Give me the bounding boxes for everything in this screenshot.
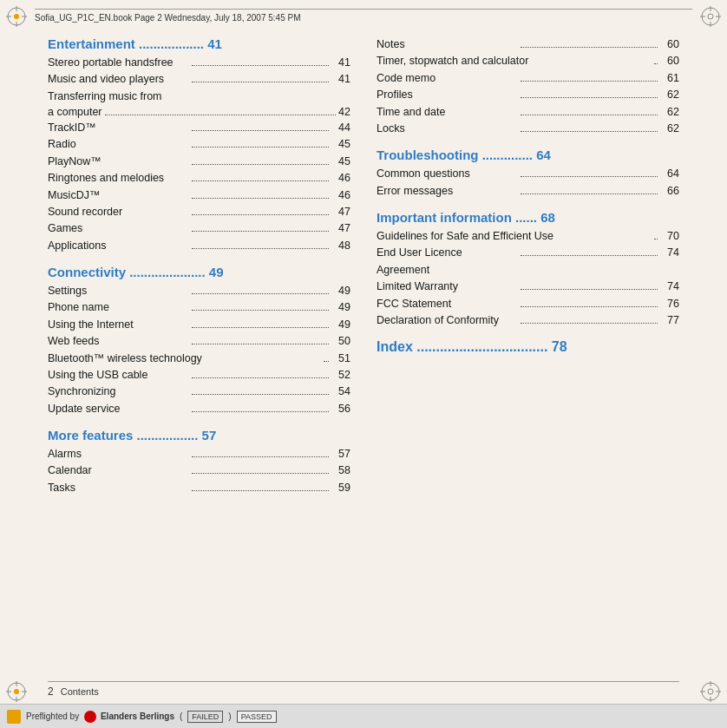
section-more-features: More features ................. 57 [48,428,350,443]
entry-text: Locks [377,121,518,137]
section-troubleshooting: Troubleshooting .............. 64 [377,148,679,162]
page-num: 58 [331,462,350,479]
toc-entry: Applications 48 [48,238,350,254]
toc-entry: PlayNow™ 45 [48,154,350,170]
toc-entry: Time and date 62 [377,104,679,121]
entry-text: Applications [48,238,189,254]
entry-text: Limited Warranty [377,279,518,295]
page-num: 62 [660,104,679,121]
toc-entry: FCC Statement 76 [377,296,679,312]
toc-entry: Stereo portable handsfree 41 [48,55,350,71]
entry-text: Using the Internet [48,317,189,333]
page-num: 45 [331,154,350,170]
toc-entry: Ringtones and melodies 46 [48,170,350,187]
svg-point-1 [14,14,19,19]
section-more-features-text: More features ................. 57 [48,428,216,443]
entry-text: Common questions [377,166,518,182]
toc-entry: Phone name 49 [48,299,350,316]
toc-entry: Radio 45 [48,136,350,153]
section-important-info: Important information ...... 68 [377,210,679,225]
toc-entry: Web feeds 50 [48,333,350,350]
preflight-separator2: ) [228,712,231,721]
elanders-icon [84,711,96,723]
toc-entry: Timer, stopwatch and calculator 60 [377,53,679,69]
entry-text: TrackID™ [48,120,189,136]
toc-entry: Music and video players 41 [48,71,350,88]
section-index-text: Index ..................................… [377,339,567,354]
entry-text: Stereo portable handsfree [48,55,189,71]
page-num: 48 [331,238,350,254]
entry-text: Radio [48,136,189,153]
page-num: 54 [331,384,350,400]
header-bar: Sofia_UG_P1C_EN.book Page 2 Wednesday, J… [35,9,692,23]
toc-entry: Notes 60 [377,36,679,53]
section-entertainment: Entertainment .................. 41 [48,36,350,51]
passed-badge: PASSED [237,711,277,723]
section-connectivity-text: Connectivity ..................... 49 [48,265,224,279]
page-num: 59 [331,480,350,496]
entry-text: FCC Statement [377,296,518,312]
toc-entry: Profiles 62 [377,87,679,103]
entry-text: Bluetooth™ wireless technology [48,351,321,367]
page-container: Sofia_UG_P1C_EN.book Page 2 Wednesday, J… [0,0,727,728]
entry-text: Calendar [48,462,189,479]
page-num: 44 [331,120,350,136]
entry-text: Synchronizing [48,384,189,400]
left-column: Entertainment .................. 41 Ster… [48,36,350,676]
failed-badge: FAILED [187,711,223,723]
toc-entry: Calendar 58 [48,462,350,479]
toc-entry: Locks 62 [377,121,679,137]
page-num: 49 [331,299,350,316]
footer-section-label: Contents [61,686,99,697]
toc-entry: Error messages 66 [377,183,679,200]
page-num: 50 [331,333,350,350]
page-num: 41 [331,71,350,88]
preflight-separator: ( [180,712,182,721]
page-num: 56 [331,401,350,417]
toc-entry: Common questions 64 [377,166,679,182]
page-num: 49 [331,317,350,333]
reg-mark-tr [698,4,723,29]
toc-entry: Games 47 [48,220,350,237]
entry-text: MusicDJ™ [48,187,189,204]
entry-text: Time and date [377,104,518,121]
preflight-company: Elanders Berlings [84,711,174,723]
entry-text: Timer, stopwatch and calculator [377,53,652,69]
page-num: 64 [660,166,679,182]
page-num: 51 [331,351,350,367]
page-num: 62 [660,87,679,103]
entry-text: Error messages [377,183,518,200]
toc-entry: Code memo 61 [377,70,679,87]
entry-text: a computer [48,104,102,120]
header-title: Sofia_UG_P1C_EN.book Page 2 Wednesday, J… [35,13,300,23]
page-num: 62 [660,121,679,137]
toc-entry: Bluetooth™ wireless technology 51 [48,351,350,367]
toc-entry: Guidelines for Safe and Efficient Use 70 [377,228,679,245]
entry-text: Declaration of Conformity [377,312,518,329]
toc-entry: Sound recorder 47 [48,204,350,220]
page-num: 57 [331,446,350,462]
preflight-bar: Preflighted by Elanders Berlings ( FAILE… [0,704,727,728]
entry-text: Settings [48,283,189,299]
toc-entry: MusicDJ™ 46 [48,187,350,204]
entry-text: Tasks [48,480,189,496]
page-num: 66 [660,183,679,200]
page-num: 45 [331,136,350,153]
toc-entry: TrackID™ 44 [48,120,350,136]
entry-text: Update service [48,401,189,417]
reg-mark-br [698,679,723,704]
toc-entry: Update service 56 [48,401,350,417]
toc-entry: Settings 49 [48,283,350,299]
page-num: 60 [660,36,679,53]
entry-text: Guidelines for Safe and Efficient Use [377,228,652,245]
entry-text: End User Licence Agreement [377,245,518,279]
page-num: 76 [660,296,679,312]
page-num: 47 [331,220,350,237]
entry-text: Music and video players [48,71,189,88]
entry-text: Phone name [48,299,189,316]
entry-text: Code memo [377,70,518,87]
entry-text: Alarms [48,446,189,462]
entry-text: Ringtones and melodies [48,170,189,187]
page-num: 49 [331,283,350,299]
reg-mark-bl [4,679,29,704]
